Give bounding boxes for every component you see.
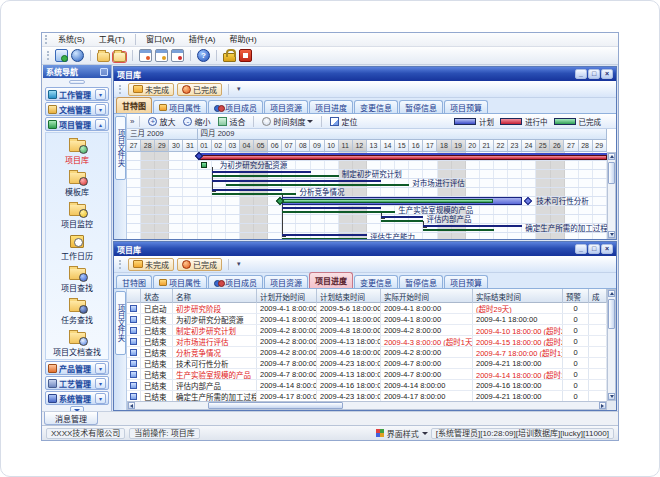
panel-title-bar[interactable]: 项目库 _□× (114, 242, 616, 256)
table-row[interactable]: 已结束为初步研究分配资源2009-4-1 8:00:002009-4-1 18:… (127, 314, 607, 325)
tab-gantt[interactable]: 甘特图 (116, 97, 152, 113)
sidebar-item-project-library[interactable]: 项目库 (46, 134, 108, 166)
sidebar-item-project-search[interactable]: 项目查找 (46, 262, 108, 294)
tab-progress[interactable]: 项目进度 (309, 272, 353, 288)
tab-properties[interactable]: 项目属性 (153, 275, 207, 288)
tab-resources[interactable]: 项目资源 (264, 100, 308, 113)
scroll-right-button[interactable] (599, 402, 606, 409)
sidebar-group-project[interactable]: 项目管理▴ (45, 117, 109, 131)
gantt-timescale-button[interactable]: 时间刻度 (259, 115, 316, 127)
report-mail-icon[interactable] (171, 49, 184, 62)
sidebar-group-work[interactable]: 工作管理▾ (45, 87, 109, 101)
scroll-down-button[interactable] (608, 231, 615, 238)
minimize-button[interactable]: _ (575, 69, 587, 79)
menu-item-5[interactable]: 帮助(H) (222, 33, 263, 46)
gantt-zoom-out-button[interactable]: 缩小 (180, 115, 213, 127)
gantt-fit-button[interactable]: 适合 (215, 115, 248, 127)
table-row[interactable]: 已结束分析竞争情况2009-4-2 8:00:002009-4-6 18:00:… (127, 347, 607, 358)
table-row[interactable]: 已结束技术可行性分析2009-4-7 8:00:002009-4-23 18:0… (127, 358, 607, 369)
sidebar-item-work-calendar[interactable]: 工作日历 (46, 230, 108, 262)
tab-members[interactable]: 项目成员 (208, 100, 263, 113)
table-row[interactable]: 已结束制定初步研究计划2009-4-2 8:00:002009-4-8 18:0… (127, 325, 607, 336)
tab-resources[interactable]: 项目资源 (264, 275, 308, 288)
project-folder-side-tab[interactable]: 项目文件夹 (115, 291, 126, 355)
report-icon[interactable] (139, 49, 152, 62)
table-row[interactable]: 已启动初步研究阶段2009-4-1 8:00:002009-5-6 18:00:… (127, 303, 607, 314)
globe-icon[interactable] (71, 49, 84, 62)
gantt-locate-button[interactable]: 定位 (327, 115, 360, 127)
table-row[interactable]: 已结束生产实验室规模的产品2009-4-7 8:00:002009-4-13 1… (127, 369, 607, 380)
remote-desktop-icon[interactable] (55, 49, 68, 62)
sidebar-item-template-library[interactable]: 模板库 (46, 166, 108, 198)
chevron-down-icon[interactable]: ▾ (95, 89, 106, 100)
close-button[interactable]: × (601, 244, 613, 254)
closed-folder-icon[interactable] (97, 52, 110, 62)
sidebar-group-system[interactable]: 系统管理▾ (45, 391, 109, 405)
chevron-down-icon[interactable]: ▾ (95, 393, 106, 404)
restore-button[interactable]: □ (588, 69, 600, 79)
scroll-up-button[interactable] (608, 153, 615, 160)
table-row[interactable]: 已结束评估内部产品2009-4-14 8:00:002009-4-16 18:0… (127, 380, 607, 391)
table-horizontal-scrollbar[interactable] (127, 401, 607, 410)
menu-item-3[interactable]: 窗口(W) (139, 33, 182, 46)
header-cost-cell[interactable]: 成 (589, 289, 607, 303)
gantt-chart[interactable]: 为初步研究分配资源制定初步研究计划对市场进行评估分析竞争情况技术可行性分析生产实… (127, 152, 607, 239)
minimize-button[interactable]: _ (575, 244, 587, 254)
chevron-down-icon[interactable]: ▾ (95, 363, 106, 374)
gantt-vertical-scrollbar[interactable] (607, 152, 616, 239)
tab-changes[interactable]: 变更信息 (354, 100, 398, 113)
chevron-down-icon[interactable]: ▾ (95, 104, 106, 115)
sidebar-item-project-monitor[interactable]: 项目监控 (46, 198, 108, 230)
tab-gantt[interactable]: 甘特图 (116, 275, 152, 288)
lock-icon[interactable] (223, 53, 236, 62)
tab-pauses[interactable]: 暂停信息 (399, 100, 443, 113)
header-actual-end-cell[interactable]: 实际结束时间 (473, 289, 563, 303)
menu-item-4[interactable]: 插件(A) (182, 33, 223, 46)
tab-budget[interactable]: 项目预算 (444, 100, 488, 113)
scroll-up-button[interactable] (608, 290, 615, 297)
sidebar-group-document[interactable]: 文档管理▾ (45, 102, 109, 116)
overflow-chevron-icon[interactable]: » (130, 117, 134, 126)
report-edit-icon[interactable] (155, 49, 168, 62)
header-plan-start-cell[interactable]: 计划开始时间 (257, 289, 317, 303)
close-button[interactable]: × (601, 69, 613, 79)
sidebar-item-task-search[interactable]: 任务查找 (46, 294, 108, 326)
chevron-down-icon[interactable]: ▾ (95, 378, 106, 389)
scroll-left-button[interactable] (128, 402, 135, 409)
panel-title-bar[interactable]: 项目库 _□× (114, 67, 616, 81)
filter-done-button[interactable]: 已完成 (177, 83, 222, 96)
gantt-zoom-in-button[interactable]: 放大 (145, 115, 178, 127)
sidebar-item-project-doc-search[interactable]: 项目文档查找 (46, 326, 108, 358)
header-status-cell[interactable]: 状态 (141, 289, 173, 303)
toolbar-more-button[interactable]: ▾ (237, 85, 241, 93)
tab-budget[interactable]: 项目预算 (444, 275, 488, 288)
chevron-up-icon[interactable]: ▴ (95, 119, 106, 130)
project-folder-side-tab[interactable]: 项目文件夹 (115, 116, 126, 180)
open-folder-icon[interactable] (113, 52, 126, 62)
sidebar-group-craft[interactable]: 工艺管理▾ (45, 376, 109, 390)
table-row[interactable]: 已结束确定生产所需的加工过程2009-4-17 8:00:002009-4-23… (127, 391, 607, 401)
tab-progress[interactable]: 项目进度 (309, 100, 353, 113)
menu-item-2[interactable]: 工具(T) (92, 33, 132, 46)
table-row[interactable]: 已结束对市场进行评估2009-4-2 8:00:002009-4-13 18:0… (127, 336, 607, 347)
tab-pauses[interactable]: 暂停信息 (399, 275, 443, 288)
scroll-down-button[interactable] (608, 393, 615, 400)
filter-done-button[interactable]: 已完成 (177, 258, 222, 271)
filter-notdone-button[interactable]: 未完成 (128, 83, 174, 96)
tab-properties[interactable]: 项目属性 (153, 100, 207, 113)
header-name-cell[interactable]: 名称 (173, 289, 257, 303)
exit-icon[interactable] (239, 49, 252, 62)
sidebar-group-product[interactable]: 产品管理▾ (45, 361, 109, 375)
scroll-thumb[interactable] (208, 402, 343, 409)
toolbar-more-button[interactable]: ▾ (237, 260, 241, 268)
dropdown-caret-icon[interactable] (422, 432, 428, 438)
filter-notdone-button[interactable]: 未完成 (128, 258, 174, 271)
message-tab[interactable]: 消息管理 (44, 412, 98, 425)
sidebar-grip-handle[interactable] (69, 80, 85, 84)
menu-item-1[interactable]: 系统(S) (51, 33, 92, 46)
table-vertical-scrollbar[interactable] (607, 289, 616, 401)
pin-icon[interactable] (100, 68, 108, 76)
header-plan-end-cell[interactable]: 计划结束时间 (317, 289, 381, 303)
interface-style-label[interactable]: 界面样式 (387, 428, 419, 439)
header-actual-start-cell[interactable]: 实际开始时间 (381, 289, 473, 303)
